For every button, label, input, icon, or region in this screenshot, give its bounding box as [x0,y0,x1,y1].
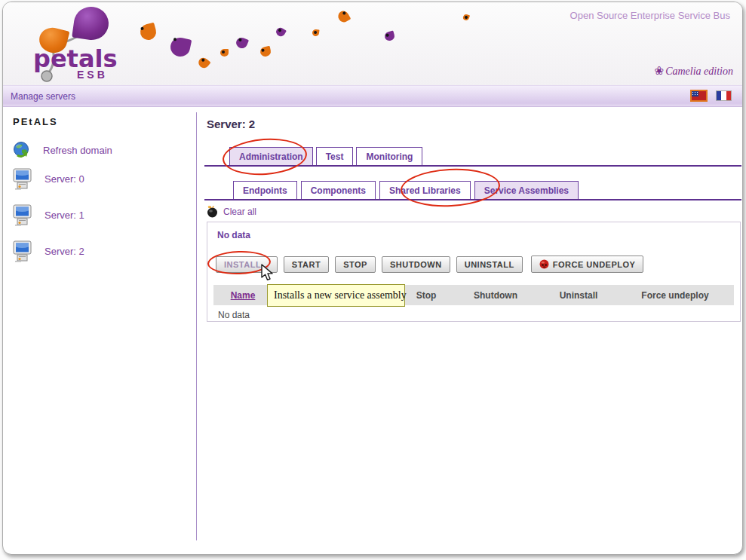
page-title: Server: 2 [207,118,255,130]
tab-endpoints[interactable]: Endpoints [233,181,297,200]
sidebar-item-server-2[interactable]: Server: 2 [13,240,84,262]
petal-decoration [275,26,287,38]
force-undeploy-button[interactable]: FORCE UNDEPLOY [531,256,644,273]
mouse-cursor-icon [260,264,275,281]
install-tooltip: Installs a new service assembly [267,284,405,307]
sidebar-item-label: Server: 0 [45,173,84,185]
action-buttons-row: INSTALL... START STOP SHUTDOWN UNINSTALL… [216,256,643,273]
petal-decoration [235,36,249,50]
sidebar-item-label: Server: 1 [45,210,84,221]
petal-decoration [336,9,352,24]
petals-esb-logo: petals ESB [30,5,162,84]
menubar: Manage servers [3,85,742,107]
column-header-uninstall: Uninstall [560,290,598,301]
table-empty-row: No data [218,310,250,320]
header: petals ESB Open Source Enterprise Servic… [3,2,742,85]
manage-servers-menu-item[interactable]: Manage servers [11,91,75,102]
sidebar-item-label: Server: 2 [45,246,84,257]
red-bomb-icon [539,259,549,269]
petal-decoration [384,31,396,42]
us-flag-language-button[interactable] [690,90,708,102]
petal-decoration [196,56,210,70]
tab-components[interactable]: Components [301,181,376,200]
column-header-force-undeploy: Force undeploy [641,290,708,301]
start-button[interactable]: START [284,256,329,273]
computer-icon [13,240,32,262]
logo-esb-label: ESB [77,69,108,81]
clear-all-button[interactable]: Clear all [206,206,256,218]
annotation-ellipse-administration [221,136,308,178]
shutdown-button[interactable]: SHUTDOWN [382,256,450,273]
sidebar-item-refresh-domain[interactable]: Refresh domain [13,141,112,159]
column-header-stop: Stop [416,290,437,301]
camelia-flower-icon: ❀ [655,65,665,77]
annotation-ellipse-service-assemblies [400,167,501,210]
bomb-icon [206,206,218,218]
sidebar-divider [196,112,197,540]
uninstall-button[interactable]: UNINSTALL [456,256,523,273]
globe-refresh-icon [13,141,31,159]
force-undeploy-label: FORCE UNDEPLOY [553,260,636,269]
petal-decoration [312,29,319,36]
petal-decoration [259,46,272,58]
column-header-name[interactable]: Name [231,290,256,301]
petal-decoration [462,14,470,21]
clear-all-label: Clear all [223,207,256,217]
petal-decoration [169,36,192,59]
edition-label: ❀Camelia edition [655,64,733,78]
header-tagline: Open Source Enterprise Service Bus [570,10,730,21]
sidebar-title: PEtALS [13,116,58,127]
app-window: petals ESB Open Source Enterprise Servic… [2,2,743,555]
fr-flag-language-button[interactable] [716,90,732,101]
sidebar-item-server-0[interactable]: Server: 0 [13,168,84,190]
computer-icon [13,168,32,190]
sidebar-item-server-1[interactable]: Server: 1 [13,204,84,226]
computer-icon [13,204,32,226]
sidebar-item-label: Refresh domain [43,145,112,156]
tab-test[interactable]: Test [316,147,354,167]
service-assemblies-panel: No data INSTALL... START STOP SHUTDOWN U… [207,222,741,322]
column-header-shutdown: Shutdown [474,290,517,301]
tab-monitoring[interactable]: Monitoring [356,147,422,167]
stop-button[interactable]: STOP [335,256,376,273]
no-data-status: No data [217,230,250,240]
petal-decoration [220,49,229,57]
